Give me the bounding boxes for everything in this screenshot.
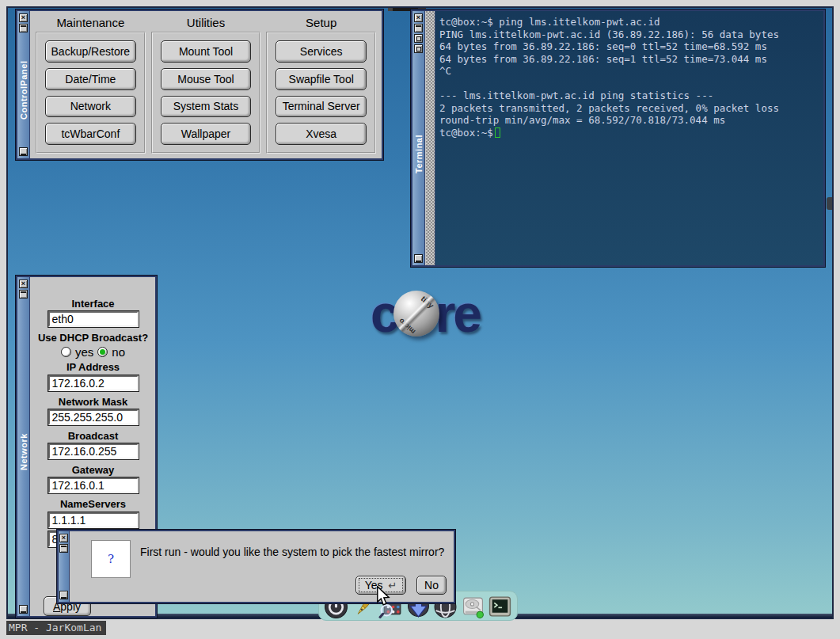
wallpaper-button[interactable]: Wallpaper bbox=[161, 123, 252, 145]
terminal-titlebar[interactable]: × Terminal bbox=[412, 11, 425, 265]
column-header: Maintenance bbox=[36, 13, 146, 32]
logo-letters-re: re bbox=[435, 287, 480, 340]
gateway-label: Gateway bbox=[72, 464, 114, 476]
close-icon[interactable]: × bbox=[414, 13, 423, 22]
broadcast-label: Broadcast bbox=[68, 430, 119, 442]
dialog-message: First run - would you like the system to… bbox=[140, 546, 444, 558]
column-header: Utilities bbox=[151, 13, 261, 32]
minimize-icon[interactable] bbox=[19, 605, 28, 614]
dhcp-yes-radio[interactable] bbox=[61, 347, 71, 357]
terminal-line bbox=[439, 78, 819, 90]
control-panel-window: × ControlPanel Maintenance Backup/Restor… bbox=[16, 10, 383, 160]
desktop: × ControlPanel Maintenance Backup/Restor… bbox=[6, 6, 834, 619]
logo-tiny-text: tiny bbox=[419, 294, 435, 310]
screen-edge-notch bbox=[827, 197, 832, 210]
terminal-server-button[interactable]: Terminal Server bbox=[276, 96, 367, 118]
terminal-line: --- lms.ittelkom-pwt.ac.id ping statisti… bbox=[439, 89, 819, 102]
minimize-icon[interactable] bbox=[19, 147, 28, 156]
control-panel-titlebar[interactable]: × ControlPanel bbox=[17, 11, 30, 158]
dialog-titlebar[interactable]: × bbox=[59, 531, 70, 602]
close-icon[interactable]: × bbox=[59, 534, 68, 542]
dhcp-no-radio[interactable] bbox=[97, 347, 108, 357]
minimize-icon[interactable] bbox=[59, 591, 68, 599]
dhcp-question-label: Use DHCP Broadcast? bbox=[38, 332, 148, 344]
maintenance-group: Backup/Restore Date/Time Network tcWbarC… bbox=[36, 32, 146, 154]
dhcp-no-label: no bbox=[112, 345, 125, 359]
dhcp-yes-label: yes bbox=[75, 345, 93, 359]
vm-status-label: MPR - JarKomLan bbox=[6, 621, 106, 635]
mount-tool-icon[interactable] bbox=[461, 595, 485, 619]
terminal-line: round-trip min/avg/max = 68.592/70.818/7… bbox=[439, 114, 819, 127]
nameserver1-field[interactable] bbox=[48, 512, 139, 528]
mouse-tool-button[interactable]: Mouse Tool bbox=[161, 68, 252, 90]
shade-icon[interactable] bbox=[19, 290, 28, 299]
terminal-line: 64 bytes from 36.89.22.186: seq=1 ttl=52… bbox=[439, 53, 819, 66]
terminal-cursor bbox=[495, 127, 500, 138]
aterm-icon[interactable] bbox=[488, 595, 512, 619]
setup-group: Services Swapfile Tool Terminal Server X… bbox=[266, 32, 376, 154]
no-button[interactable]: No bbox=[416, 576, 447, 595]
backup-restore-button[interactable]: Backup/Restore bbox=[45, 40, 136, 63]
terminal-prompt: tc@box:~$ bbox=[439, 127, 493, 139]
terminal-line: 2 packets transmitted, 2 packets receive… bbox=[439, 102, 819, 115]
interface-label: Interface bbox=[71, 298, 114, 310]
minimize-icon[interactable] bbox=[414, 254, 423, 263]
tinycore-logo: c tiny micro re bbox=[362, 287, 488, 340]
ip-address-label: IP Address bbox=[67, 361, 120, 373]
date-time-button[interactable]: Date/Time bbox=[45, 68, 136, 90]
terminal-line: ^C bbox=[439, 65, 819, 78]
terminal-prompt-line: tc@box:~$ bbox=[439, 127, 819, 139]
ip-address-field[interactable] bbox=[48, 375, 139, 391]
mount-tool-button[interactable]: Mount Tool bbox=[161, 40, 252, 63]
system-stats-button[interactable]: System Stats bbox=[161, 96, 252, 118]
gateway-field[interactable] bbox=[48, 477, 139, 493]
close-icon[interactable]: × bbox=[19, 13, 28, 22]
network-button[interactable]: Network bbox=[45, 96, 136, 118]
column-header: Setup bbox=[266, 13, 376, 32]
network-titlebar[interactable]: × Network bbox=[17, 277, 30, 616]
terminal-line: PING lms.ittelkom-pwt.ac.id (36.89.22.18… bbox=[439, 29, 819, 41]
utilities-group: Mount Tool Mouse Tool System Stats Wallp… bbox=[151, 32, 261, 154]
terminal-window: × Terminal tc@box:~$ ping lms.ittelkom-p… bbox=[411, 10, 825, 267]
close-icon[interactable]: × bbox=[19, 280, 28, 288]
window-title: Terminal bbox=[414, 56, 424, 251]
restore-icon[interactable] bbox=[414, 44, 423, 53]
window-title: Network bbox=[19, 302, 29, 602]
question-icon: ? bbox=[91, 540, 131, 578]
terminal-line: 64 bytes from 36.89.22.186: seq=0 ttl=52… bbox=[439, 40, 819, 53]
terminal-scrollbar[interactable] bbox=[426, 11, 435, 265]
maximize-icon[interactable] bbox=[414, 34, 423, 43]
nameservers-label: NameServers bbox=[60, 498, 126, 510]
utilities-column: Utilities Mount Tool Mouse Tool System S… bbox=[151, 13, 261, 154]
mouse-cursor bbox=[375, 586, 391, 607]
first-run-dialog: × ? First run - would you like the syste… bbox=[57, 530, 455, 603]
window-title: ControlPanel bbox=[19, 36, 29, 144]
shade-icon[interactable] bbox=[414, 24, 423, 32]
setup-column: Setup Services Swapfile Tool Terminal Se… bbox=[266, 13, 376, 154]
services-button[interactable]: Services bbox=[276, 40, 367, 63]
xvesa-button[interactable]: Xvesa bbox=[276, 123, 367, 145]
terminal-screen[interactable]: tc@box:~$ ping lms.ittelkom-pwt.ac.id PI… bbox=[435, 11, 823, 265]
terminal-line: tc@box:~$ ping lms.ittelkom-pwt.ac.id bbox=[439, 16, 819, 29]
swapfile-tool-button[interactable]: Swapfile Tool bbox=[276, 68, 367, 90]
interface-field[interactable] bbox=[48, 311, 139, 327]
tcwbarconf-button[interactable]: tcWbarConf bbox=[45, 123, 136, 145]
network-mask-field[interactable] bbox=[48, 409, 139, 425]
host-frame: × ControlPanel Maintenance Backup/Restor… bbox=[0, 0, 840, 639]
shade-icon[interactable] bbox=[59, 544, 68, 553]
shade-icon[interactable] bbox=[19, 24, 28, 32]
broadcast-field[interactable] bbox=[48, 443, 139, 459]
logo-micro-text: micro bbox=[397, 317, 416, 336]
maintenance-column: Maintenance Backup/Restore Date/Time Net… bbox=[36, 13, 146, 154]
logo-sphere: tiny micro bbox=[393, 291, 439, 337]
network-mask-label: Network Mask bbox=[59, 396, 127, 408]
